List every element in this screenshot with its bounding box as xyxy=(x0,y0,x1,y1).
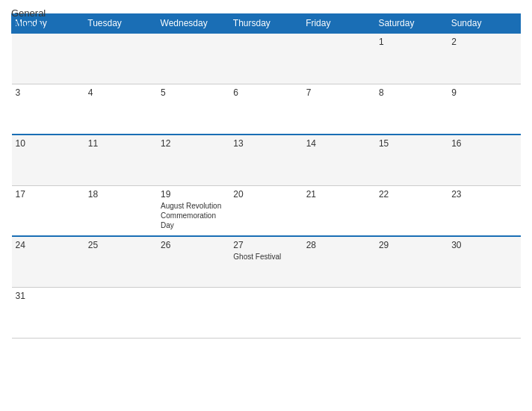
day-cell-5-1 xyxy=(84,287,157,338)
day-number: 22 xyxy=(379,189,444,200)
day-number: 4 xyxy=(88,87,153,98)
logo: General Blue xyxy=(11,7,46,30)
day-number: 9 xyxy=(451,87,516,98)
day-cell-2-2: 12 xyxy=(157,135,229,185)
week-row-2: 10111213141516 xyxy=(12,135,521,185)
week-row-5: 31 xyxy=(12,287,521,338)
day-number: 29 xyxy=(379,240,444,250)
week-row-3: 171819August Revolution Commemoration Da… xyxy=(12,185,521,236)
day-cell-0-5: 1 xyxy=(375,33,448,84)
day-number: 5 xyxy=(161,87,226,98)
weekday-header-row: Monday Tuesday Wednesday Thursday Friday… xyxy=(12,14,521,34)
day-cell-0-0 xyxy=(12,33,84,84)
day-number: 18 xyxy=(88,189,153,200)
weekday-sunday: Sunday xyxy=(448,14,520,34)
day-cell-4-5: 29 xyxy=(375,236,448,287)
day-number: 17 xyxy=(16,189,81,200)
logo-row: Blue xyxy=(11,19,44,30)
weekday-tuesday: Tuesday xyxy=(84,14,157,34)
day-cell-2-1: 11 xyxy=(84,135,157,185)
day-cell-0-2 xyxy=(157,33,229,84)
day-number: 23 xyxy=(451,189,516,200)
day-cell-3-5: 22 xyxy=(375,185,448,236)
day-cell-5-4 xyxy=(303,287,375,338)
week-row-0: 12 xyxy=(12,33,521,84)
day-number: 6 xyxy=(233,87,298,98)
day-cell-5-0: 31 xyxy=(12,287,84,338)
day-number: 8 xyxy=(379,87,444,98)
day-number: 31 xyxy=(16,291,81,301)
weekday-wednesday: Wednesday xyxy=(157,14,229,34)
day-cell-5-3 xyxy=(229,287,302,338)
day-cell-5-2 xyxy=(157,287,229,338)
week-row-4: 24252627Ghost Festival282930 xyxy=(12,236,521,287)
day-number: 7 xyxy=(306,87,371,98)
day-number: 15 xyxy=(379,138,444,149)
day-cell-1-1: 4 xyxy=(84,84,157,135)
weekday-saturday: Saturday xyxy=(375,14,448,34)
day-cell-3-2: 19August Revolution Commemoration Day xyxy=(157,185,229,236)
day-cell-4-1: 25 xyxy=(84,236,157,287)
day-cell-5-6 xyxy=(448,287,520,338)
day-cell-3-1: 18 xyxy=(84,185,157,236)
day-cell-3-6: 23 xyxy=(448,185,520,236)
day-number: 30 xyxy=(451,240,516,250)
day-cell-0-3 xyxy=(229,33,302,84)
day-number: 14 xyxy=(306,138,371,149)
logo-blue-text: Blue xyxy=(11,19,32,30)
day-cell-3-4: 21 xyxy=(303,185,375,236)
day-cell-1-2: 5 xyxy=(157,84,229,135)
day-cell-4-4: 28 xyxy=(303,236,375,287)
day-cell-3-0: 17 xyxy=(12,185,84,236)
week-row-1: 3456789 xyxy=(12,84,521,135)
day-number: 3 xyxy=(16,87,81,98)
day-cell-4-3: 27Ghost Festival xyxy=(229,236,302,287)
weekday-friday: Friday xyxy=(303,14,375,34)
day-cell-2-6: 16 xyxy=(448,135,520,185)
day-number: 16 xyxy=(451,138,516,149)
day-number: 27 xyxy=(233,240,298,250)
day-cell-3-3: 20 xyxy=(229,185,302,236)
day-cell-1-6: 9 xyxy=(448,84,520,135)
day-cell-4-2: 26 xyxy=(157,236,229,287)
day-number: 12 xyxy=(161,138,226,149)
day-cell-0-1 xyxy=(84,33,157,84)
day-cell-0-4 xyxy=(303,33,375,84)
day-cell-1-4: 7 xyxy=(303,84,375,135)
calendar-wrapper: General Blue Monday Tuesday Wednesday Th… xyxy=(0,0,532,411)
day-cell-2-3: 13 xyxy=(229,135,302,185)
day-number: 1 xyxy=(379,37,444,47)
day-number: 26 xyxy=(161,240,226,250)
holiday-label: Ghost Festival xyxy=(233,252,298,262)
day-cell-1-3: 6 xyxy=(229,84,302,135)
day-cell-2-0: 10 xyxy=(12,135,84,185)
day-number: 19 xyxy=(161,189,226,200)
day-number: 21 xyxy=(306,189,371,200)
day-number: 25 xyxy=(88,240,153,250)
day-cell-4-6: 30 xyxy=(448,236,520,287)
day-number: 28 xyxy=(306,240,371,250)
weekday-thursday: Thursday xyxy=(229,14,302,34)
logo-general-text: General xyxy=(11,7,46,19)
day-number: 10 xyxy=(16,138,81,149)
day-number: 11 xyxy=(88,138,153,149)
day-number: 24 xyxy=(16,240,81,250)
holiday-label: August Revolution Commemoration Day xyxy=(161,201,226,230)
calendar-table: Monday Tuesday Wednesday Thursday Friday… xyxy=(11,13,521,339)
day-cell-4-0: 24 xyxy=(12,236,84,287)
day-number: 13 xyxy=(233,138,298,149)
day-cell-0-6: 2 xyxy=(448,33,520,84)
day-cell-2-5: 15 xyxy=(375,135,448,185)
day-cell-1-0: 3 xyxy=(12,84,84,135)
day-number: 20 xyxy=(233,189,298,200)
logo-triangle-icon xyxy=(34,20,44,29)
day-cell-2-4: 14 xyxy=(303,135,375,185)
day-number: 2 xyxy=(451,37,516,47)
day-cell-1-5: 8 xyxy=(375,84,448,135)
day-cell-5-5 xyxy=(375,287,448,338)
